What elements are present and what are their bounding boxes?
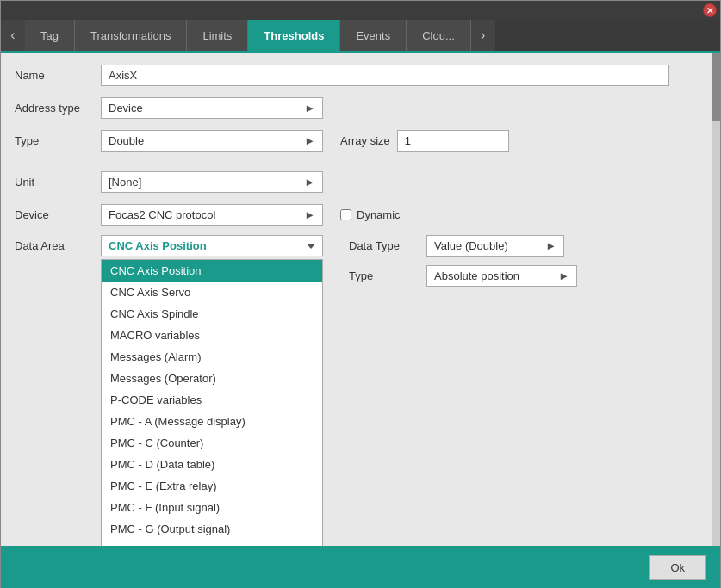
type-arrow: ► <box>304 134 315 147</box>
tab-transformations[interactable]: Transformations <box>75 20 187 51</box>
device-select[interactable]: Focas2 CNC protocol ► <box>101 204 323 226</box>
unit-label: Unit <box>15 176 101 189</box>
address-type-arrow: ► <box>304 102 315 115</box>
device-label: Device <box>15 208 101 221</box>
data-type-label: Data Type <box>349 239 418 252</box>
type2-arrow: ► <box>558 269 569 282</box>
dropdown-item-pmc-g[interactable]: PMC - G (Output signal) <box>102 518 322 540</box>
dropdown-item-messages-alarm[interactable]: Messages (Alarm) <box>102 346 322 368</box>
name-label: Name <box>15 69 101 82</box>
bottom-bar: Ok <box>1 546 720 588</box>
tab-events[interactable]: Events <box>340 20 407 51</box>
unit-arrow: ► <box>304 176 315 189</box>
dropdown-item-pmc-e[interactable]: PMC - E (Extra relay) <box>102 475 322 497</box>
dropdown-item-cnc-axis-position[interactable]: CNC Axis Position <box>102 260 322 282</box>
type2-row: Type Absolute position ► <box>349 265 577 287</box>
dynamic-label: Dynamic <box>357 208 401 221</box>
data-type-select[interactable]: Value (Double) ► <box>426 235 564 257</box>
name-input[interactable] <box>101 65 669 86</box>
tab-limits[interactable]: Limits <box>187 20 248 51</box>
unit-select[interactable]: [None] ► <box>101 171 323 193</box>
dropdown-item-cnc-axis-servo[interactable]: CNC Axis Servo <box>102 282 322 303</box>
scrollbar-thumb[interactable] <box>712 53 720 121</box>
scrollbar-track[interactable] <box>712 53 720 546</box>
name-row: Name <box>15 63 706 87</box>
array-size-input[interactable] <box>397 130 509 152</box>
tab-next-arrow[interactable]: › <box>471 20 495 51</box>
data-area-trigger[interactable]: CNC Axis Position <box>101 235 323 256</box>
dropdown-item-cnc-axis-spindle[interactable]: CNC Axis Spindle <box>102 303 322 325</box>
type-label: Type <box>15 134 101 147</box>
title-bar: ✕ <box>1 1 720 20</box>
data-area-dropdown-container: CNC Axis Position CNC Axis Position CNC … <box>101 235 323 256</box>
unit-row: Unit [None] ► <box>15 170 706 194</box>
type-row: Type Double ► Array size <box>15 128 706 152</box>
data-area-label: Data Area <box>15 235 101 252</box>
data-type-arrow: ► <box>545 239 556 252</box>
address-type-label: Address type <box>15 102 101 115</box>
right-section: Data Type Value (Double) ► Type Absolute… <box>349 235 577 287</box>
array-size-label: Array size <box>340 134 390 147</box>
dropdown-item-messages-operator[interactable]: Messages (Operator) <box>102 368 322 389</box>
address-type-row: Address type Device ► <box>15 96 706 120</box>
main-window: ✕ ‹ Tag Transformations Limits Threshold… <box>0 0 721 588</box>
data-area-left: Data Area CNC Axis Position CNC Axis Pos… <box>15 235 323 256</box>
tab-prev-arrow[interactable]: ‹ <box>1 20 25 51</box>
dropdown-item-pmc-c[interactable]: PMC - C (Counter) <box>102 432 322 454</box>
data-area-arrow <box>307 244 315 249</box>
close-button[interactable]: ✕ <box>703 3 717 17</box>
dynamic-checkbox[interactable] <box>340 209 351 220</box>
tabs-row: ‹ Tag Transformations Limits Thresholds … <box>1 20 720 53</box>
dropdown-item-pmc-f[interactable]: PMC - F (Input signal) <box>102 497 322 518</box>
dropdown-item-macro-variables[interactable]: MACRO variables <box>102 325 322 346</box>
dropdown-item-pmc-d[interactable]: PMC - D (Data table) <box>102 454 322 475</box>
device-row: Device Focas2 CNC protocol ► Dynamic <box>15 202 706 226</box>
device-arrow: ► <box>304 208 315 221</box>
ok-button[interactable]: Ok <box>649 555 706 580</box>
type2-label: Type <box>349 269 418 282</box>
dropdown-item-p-code-variables[interactable]: P-CODE variables <box>102 389 322 411</box>
type2-select[interactable]: Absolute position ► <box>426 265 577 287</box>
data-area-dropdown-list: CNC Axis Position CNC Axis Servo CNC Axi… <box>101 259 323 546</box>
data-type-row: Data Type Value (Double) ► <box>349 235 577 257</box>
content-area: Name Address type Device ► Type Double ►… <box>1 53 720 546</box>
tab-thresholds[interactable]: Thresholds <box>248 20 340 51</box>
dropdown-item-pmc-k[interactable]: PMC - K (Keep relay) <box>102 540 322 546</box>
data-area-row: Data Area CNC Axis Position CNC Axis Pos… <box>15 235 706 287</box>
address-type-select[interactable]: Device ► <box>101 97 323 119</box>
type-select[interactable]: Double ► <box>101 130 323 152</box>
tab-cloud[interactable]: Clou... <box>407 20 471 51</box>
dropdown-item-pmc-a[interactable]: PMC - A (Message display) <box>102 411 322 432</box>
tab-tag[interactable]: Tag <box>25 20 75 51</box>
